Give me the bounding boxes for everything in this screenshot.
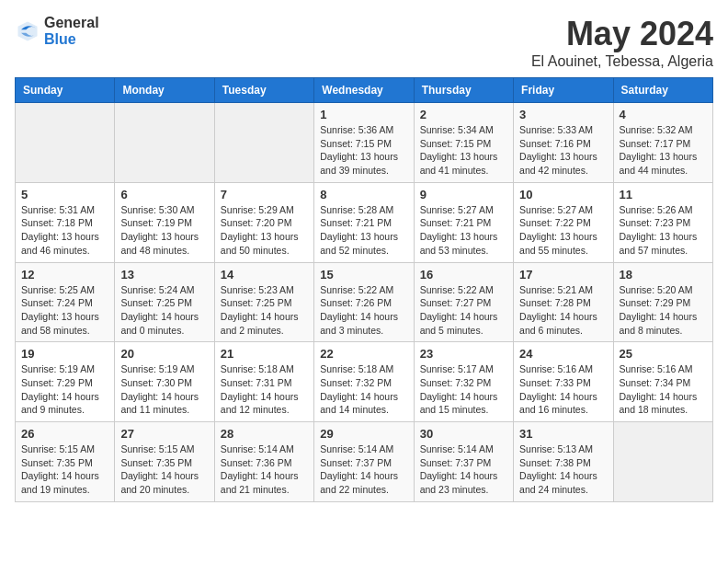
day-info: Sunrise: 5:14 AMSunset: 7:37 PMDaylight:… — [420, 442, 507, 497]
day-info: Sunrise: 5:19 AMSunset: 7:29 PMDaylight:… — [21, 362, 108, 417]
day-info: Sunrise: 5:16 AMSunset: 7:34 PMDaylight:… — [620, 362, 707, 417]
day-number: 29 — [320, 427, 407, 441]
calendar-cell: 25Sunrise: 5:16 AMSunset: 7:34 PMDayligh… — [613, 342, 712, 422]
calendar-week-1: 1Sunrise: 5:36 AMSunset: 7:15 PMDaylight… — [16, 103, 713, 183]
calendar-cell: 27Sunrise: 5:15 AMSunset: 7:35 PMDayligh… — [115, 422, 214, 502]
header-row: SundayMondayTuesdayWednesdayThursdayFrid… — [16, 78, 713, 103]
column-header-wednesday: Wednesday — [314, 78, 414, 103]
day-number: 11 — [620, 188, 707, 201]
day-info: Sunrise: 5:27 AMSunset: 7:22 PMDaylight:… — [519, 203, 607, 258]
calendar-cell — [214, 103, 313, 183]
calendar-cell: 26Sunrise: 5:15 AMSunset: 7:35 PMDayligh… — [16, 422, 115, 502]
calendar-cell: 5Sunrise: 5:31 AMSunset: 7:18 PMDaylight… — [16, 182, 115, 262]
logo-general-text: General — [44, 15, 99, 31]
logo-text: General Blue — [44, 15, 99, 47]
calendar-cell — [115, 103, 214, 183]
day-number: 22 — [320, 347, 407, 361]
day-info: Sunrise: 5:19 AMSunset: 7:30 PMDaylight:… — [120, 362, 208, 417]
day-info: Sunrise: 5:26 AMSunset: 7:23 PMDaylight:… — [620, 203, 707, 258]
day-info: Sunrise: 5:20 AMSunset: 7:29 PMDaylight:… — [620, 283, 707, 338]
day-info: Sunrise: 5:15 AMSunset: 7:35 PMDaylight:… — [120, 442, 208, 497]
day-info: Sunrise: 5:22 AMSunset: 7:26 PMDaylight:… — [320, 283, 407, 338]
calendar-cell: 9Sunrise: 5:27 AMSunset: 7:21 PMDaylight… — [414, 182, 513, 262]
page-header: General Blue May 2024 El Aouinet, Tebess… — [15, 15, 713, 70]
day-number: 8 — [320, 188, 407, 201]
calendar-cell: 1Sunrise: 5:36 AMSunset: 7:15 PMDaylight… — [314, 103, 414, 183]
day-info: Sunrise: 5:32 AMSunset: 7:17 PMDaylight:… — [620, 123, 707, 178]
calendar-week-3: 12Sunrise: 5:25 AMSunset: 7:24 PMDayligh… — [16, 262, 713, 342]
calendar-cell: 2Sunrise: 5:34 AMSunset: 7:15 PMDaylight… — [414, 103, 513, 183]
month-title: May 2024 — [531, 15, 713, 53]
calendar-cell: 21Sunrise: 5:18 AMSunset: 7:31 PMDayligh… — [214, 342, 313, 422]
calendar-cell: 8Sunrise: 5:28 AMSunset: 7:21 PMDaylight… — [314, 182, 414, 262]
day-number: 13 — [120, 268, 208, 282]
calendar-cell: 4Sunrise: 5:32 AMSunset: 7:17 PMDaylight… — [613, 103, 712, 183]
day-number: 4 — [620, 108, 707, 121]
calendar-cell: 29Sunrise: 5:14 AMSunset: 7:37 PMDayligh… — [314, 422, 414, 502]
day-number: 5 — [21, 188, 108, 201]
day-number: 19 — [21, 347, 108, 361]
day-info: Sunrise: 5:24 AMSunset: 7:25 PMDaylight:… — [120, 283, 208, 338]
calendar-cell: 31Sunrise: 5:13 AMSunset: 7:38 PMDayligh… — [514, 422, 613, 502]
column-header-sunday: Sunday — [16, 78, 115, 103]
calendar-body: 1Sunrise: 5:36 AMSunset: 7:15 PMDaylight… — [16, 103, 713, 502]
day-number: 28 — [221, 427, 308, 441]
column-header-thursday: Thursday — [414, 78, 513, 103]
day-number: 2 — [420, 108, 507, 121]
day-info: Sunrise: 5:18 AMSunset: 7:31 PMDaylight:… — [221, 362, 308, 417]
day-info: Sunrise: 5:15 AMSunset: 7:35 PMDaylight:… — [21, 442, 108, 497]
calendar-cell: 11Sunrise: 5:26 AMSunset: 7:23 PMDayligh… — [613, 182, 712, 262]
calendar-cell — [16, 103, 115, 183]
day-number: 1 — [320, 108, 407, 121]
calendar-cell: 15Sunrise: 5:22 AMSunset: 7:26 PMDayligh… — [314, 262, 414, 342]
day-number: 6 — [120, 188, 208, 201]
column-header-tuesday: Tuesday — [214, 78, 313, 103]
logo: General Blue — [15, 15, 99, 47]
day-info: Sunrise: 5:33 AMSunset: 7:16 PMDaylight:… — [519, 123, 607, 178]
day-number: 30 — [420, 427, 507, 441]
svg-marker-0 — [18, 21, 38, 40]
calendar-cell: 10Sunrise: 5:27 AMSunset: 7:22 PMDayligh… — [514, 182, 613, 262]
day-number: 18 — [620, 268, 707, 282]
day-info: Sunrise: 5:23 AMSunset: 7:25 PMDaylight:… — [221, 283, 308, 338]
calendar-cell: 28Sunrise: 5:14 AMSunset: 7:36 PMDayligh… — [214, 422, 313, 502]
calendar-cell — [613, 422, 712, 502]
day-number: 17 — [519, 268, 607, 282]
day-number: 9 — [420, 188, 507, 201]
day-info: Sunrise: 5:36 AMSunset: 7:15 PMDaylight:… — [320, 123, 407, 178]
day-number: 16 — [420, 268, 507, 282]
day-info: Sunrise: 5:25 AMSunset: 7:24 PMDaylight:… — [21, 283, 108, 338]
day-number: 27 — [120, 427, 208, 441]
day-number: 25 — [620, 347, 707, 361]
day-info: Sunrise: 5:28 AMSunset: 7:21 PMDaylight:… — [320, 203, 407, 258]
day-number: 7 — [221, 188, 308, 201]
calendar-week-4: 19Sunrise: 5:19 AMSunset: 7:29 PMDayligh… — [16, 342, 713, 422]
day-number: 31 — [519, 427, 607, 441]
calendar-cell: 14Sunrise: 5:23 AMSunset: 7:25 PMDayligh… — [214, 262, 313, 342]
calendar-cell: 12Sunrise: 5:25 AMSunset: 7:24 PMDayligh… — [16, 262, 115, 342]
column-header-friday: Friday — [514, 78, 613, 103]
day-number: 21 — [221, 347, 308, 361]
day-info: Sunrise: 5:29 AMSunset: 7:20 PMDaylight:… — [221, 203, 308, 258]
day-number: 24 — [519, 347, 607, 361]
column-header-saturday: Saturday — [613, 78, 712, 103]
calendar-cell: 6Sunrise: 5:30 AMSunset: 7:19 PMDaylight… — [115, 182, 214, 262]
calendar-week-5: 26Sunrise: 5:15 AMSunset: 7:35 PMDayligh… — [16, 422, 713, 502]
day-info: Sunrise: 5:21 AMSunset: 7:28 PMDaylight:… — [519, 283, 607, 338]
calendar-cell: 13Sunrise: 5:24 AMSunset: 7:25 PMDayligh… — [115, 262, 214, 342]
day-number: 15 — [320, 268, 407, 282]
calendar-cell: 30Sunrise: 5:14 AMSunset: 7:37 PMDayligh… — [414, 422, 513, 502]
day-info: Sunrise: 5:16 AMSunset: 7:33 PMDaylight:… — [519, 362, 607, 417]
calendar-cell: 17Sunrise: 5:21 AMSunset: 7:28 PMDayligh… — [514, 262, 613, 342]
calendar-cell: 23Sunrise: 5:17 AMSunset: 7:32 PMDayligh… — [414, 342, 513, 422]
day-info: Sunrise: 5:18 AMSunset: 7:32 PMDaylight:… — [320, 362, 407, 417]
calendar-table: SundayMondayTuesdayWednesdayThursdayFrid… — [15, 77, 713, 502]
calendar-cell: 24Sunrise: 5:16 AMSunset: 7:33 PMDayligh… — [514, 342, 613, 422]
day-info: Sunrise: 5:14 AMSunset: 7:37 PMDaylight:… — [320, 442, 407, 497]
day-number: 14 — [221, 268, 308, 282]
day-info: Sunrise: 5:30 AMSunset: 7:19 PMDaylight:… — [120, 203, 208, 258]
day-info: Sunrise: 5:34 AMSunset: 7:15 PMDaylight:… — [420, 123, 507, 178]
calendar-week-2: 5Sunrise: 5:31 AMSunset: 7:18 PMDaylight… — [16, 182, 713, 262]
column-header-monday: Monday — [115, 78, 214, 103]
calendar-cell: 3Sunrise: 5:33 AMSunset: 7:16 PMDaylight… — [514, 103, 613, 183]
